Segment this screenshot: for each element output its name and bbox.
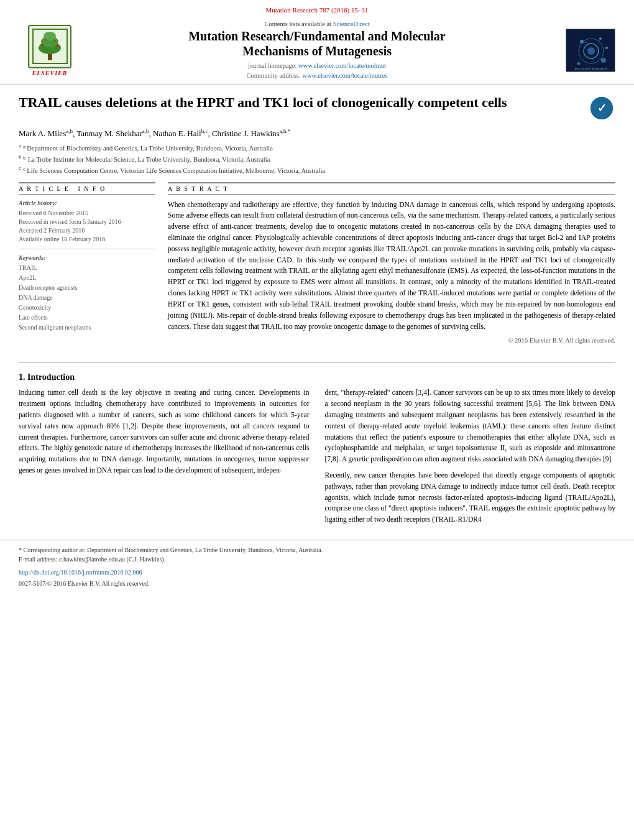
keyword-late-effects: Late effects <box>19 313 155 323</box>
homepage-link[interactable]: www.elsevier.com/locate/molmut <box>298 62 386 69</box>
elsevier-logo-container: ELSEVIER <box>19 25 81 76</box>
intro-right-col: dent, "therapy-related" cancers [3,4]. C… <box>325 387 616 530</box>
keywords-list: TRAIL Apo2L Death receptor agonists DNA … <box>19 263 155 333</box>
contents-line: Contents lists available at ScienceDirec… <box>93 21 541 27</box>
email-line: E-mail address: c.hawkins@latrobe.edu.au… <box>19 555 615 564</box>
corresponding-author: * Corresponding author at: Department of… <box>19 545 615 555</box>
svg-point-13 <box>587 47 595 55</box>
article-title: TRAIL causes deletions at the HPRT and T… <box>19 94 590 112</box>
authors-line: Mark A. Milesa,b, Tanmay M. Shekhara,b, … <box>19 128 615 139</box>
journal-name: Mutation Research/Fundamental and Molecu… <box>93 29 541 58</box>
intro-para-2: dent, "therapy-related" cancers [3,4]. C… <box>325 387 616 465</box>
email-suffix: (C.J. Hawkins). <box>127 556 166 563</box>
received-date: Received 6 November 2015 <box>19 209 155 218</box>
abstract-text: When chemotherapy and radiotherapy are e… <box>168 200 615 333</box>
journal-cover-image: MUTATION RESEARCH <box>566 29 615 72</box>
affiliation-b: b ᵇ La Trobe Institute for Molecular Sci… <box>19 153 615 164</box>
email-label: E-mail address: <box>19 556 57 563</box>
article-info-abstract-columns: A R T I C L E I N F O Article history: R… <box>19 182 615 344</box>
journal-header: Mutation Research 787 (2016) 15–31 <box>0 0 634 85</box>
divider-1 <box>19 249 155 249</box>
affiliation-a: a ᵃ Department of Biochemistry and Genet… <box>19 142 615 153</box>
doi-link[interactable]: http://dx.doi.org/10.1016/j.mrfmmm.2016.… <box>19 569 142 576</box>
svg-point-8 <box>44 39 46 41</box>
abstract-paragraph: When chemotherapy and radiotherapy are e… <box>168 200 615 333</box>
available-date: Available online 18 February 2016 <box>19 235 155 244</box>
keywords-label: Keywords: <box>19 254 155 261</box>
intro-left-text: Inducing tumor cell death is the key obj… <box>19 387 310 476</box>
journal-volume-info: Mutation Research 787 (2016) 15–31 <box>266 6 369 14</box>
elsevier-logo: ELSEVIER <box>19 25 81 76</box>
doi-line: http://dx.doi.org/10.1016/j.mrfmmm.2016.… <box>0 567 634 579</box>
footnote-section: * Corresponding author at: Department of… <box>0 540 634 567</box>
journal-center: Contents lists available at ScienceDirec… <box>81 21 553 81</box>
journal-top-bar: Mutation Research 787 (2016) 15–31 <box>19 6 615 14</box>
article-title-section: TRAIL causes deletions at the HPRT and T… <box>19 94 615 122</box>
community-link[interactable]: www.elsevier.com/locate/mutres <box>302 72 387 79</box>
article-body: TRAIL causes deletions at the HPRT and T… <box>0 85 634 354</box>
introduction-columns: Inducing tumor cell death is the key obj… <box>19 387 615 530</box>
elsevier-label: ELSEVIER <box>32 70 68 76</box>
journal-cover-right: MUTATION RESEARCH <box>553 29 615 72</box>
keyword-dna-damage: DNA damage <box>19 293 155 303</box>
affiliations: a ᵃ Department of Biochemistry and Genet… <box>19 142 615 176</box>
svg-point-18 <box>605 47 608 49</box>
svg-point-9 <box>53 40 55 42</box>
keyword-apo2l: Apo2L <box>19 273 155 283</box>
keyword-death-receptor: Death receptor agonists <box>19 283 155 293</box>
affiliation-c: c ᶜ Life Sciences Computation Centre, Vi… <box>19 164 615 175</box>
crossmark-icon: ✓ <box>590 97 613 119</box>
section-divider <box>19 362 615 363</box>
journal-title-area: ELSEVIER Contents lists available at Sci… <box>19 17 615 84</box>
intro-para-3: Recently, new cancer therapies have been… <box>325 470 616 525</box>
svg-point-6 <box>41 44 44 46</box>
sciencedirect-link[interactable]: ScienceDirect <box>333 21 370 27</box>
keyword-genotoxicity: Genotoxicity <box>19 303 155 313</box>
cover-dna-visual: MUTATION RESEARCH <box>566 29 615 72</box>
page: Mutation Research 787 (2016) 15–31 <box>0 0 634 840</box>
introduction-section: 1. Introduction Inducing tumor cell deat… <box>0 372 634 540</box>
issn-line: 0027-5107/© 2016 Elsevier B.V. All right… <box>0 579 634 593</box>
intro-para-1: Inducing tumor cell death is the key obj… <box>19 387 310 476</box>
svg-text:✓: ✓ <box>597 102 607 114</box>
keyword-trail: TRAIL <box>19 263 155 273</box>
keyword-second-malignant: Second malignant neoplasms <box>19 323 155 333</box>
intro-left-col: Inducing tumor cell death is the key obj… <box>19 387 310 530</box>
crossmark-badge[interactable]: ✓ <box>590 97 615 122</box>
copyright-line: © 2016 Elsevier B.V. All rights reserved… <box>168 337 615 344</box>
svg-point-17 <box>577 62 581 65</box>
right-column: A B S T R A C T When chemotherapy and ra… <box>168 182 615 344</box>
article-info-header: A R T I C L E I N F O <box>19 182 155 195</box>
revised-date: Received in revised form 5 January 2016 <box>19 218 155 226</box>
intro-right-text: dent, "therapy-related" cancers [3,4]. C… <box>325 387 616 525</box>
left-column: A R T I C L E I N F O Article history: R… <box>19 182 155 344</box>
svg-text:MUTATION RESEARCH: MUTATION RESEARCH <box>574 67 607 70</box>
email-link[interactable]: c.hawkins@latrobe.edu.au <box>59 556 125 563</box>
accepted-date: Accepted 2 February 2016 <box>19 226 155 235</box>
abstract-header: A B S T R A C T <box>168 182 615 195</box>
svg-point-7 <box>56 45 58 47</box>
elsevier-tree-icon <box>28 25 71 68</box>
journal-homepage: journal homepage: www.elsevier.com/locat… <box>93 61 541 81</box>
article-history-label: Article history: <box>19 200 155 206</box>
section-title: 1. Introduction <box>19 372 615 382</box>
